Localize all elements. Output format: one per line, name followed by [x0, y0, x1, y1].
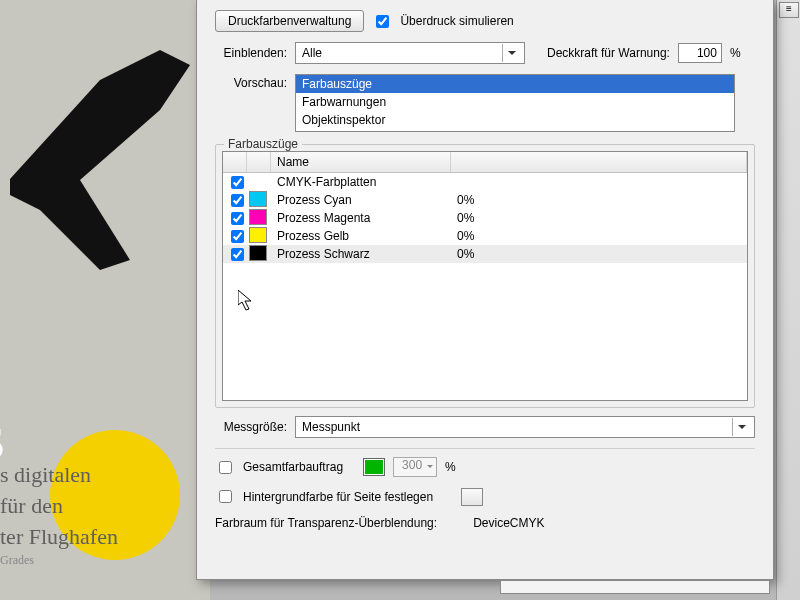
percent-label-2: % [445, 460, 456, 474]
separation-visibility-checkbox[interactable] [231, 230, 244, 243]
chevron-down-icon [732, 418, 750, 436]
tac-color-well[interactable] [363, 458, 385, 476]
separation-name: Prozess Schwarz [273, 247, 453, 261]
preview-item-separations[interactable]: Farbauszüge [296, 75, 734, 93]
separations-thead: Name [223, 152, 747, 173]
color-swatch [249, 191, 267, 207]
separation-name: Prozess Magenta [273, 211, 453, 225]
simulate-overprint-label: Überdruck simulieren [400, 14, 513, 28]
transparency-blend-label: Farbraum für Transparenz-Überblendung: [215, 516, 437, 530]
separation-name: Prozess Cyan [273, 193, 453, 207]
show-select[interactable]: Alle [295, 42, 525, 64]
preview-listbox[interactable]: Farbauszüge Farbwarnungen Objektinspekto… [295, 74, 735, 132]
separations-table: Name CMYK-FarbplattenProzess Cyan0%Proze… [222, 151, 748, 401]
separation-visibility-checkbox[interactable] [231, 212, 244, 225]
doc-teaser-text: s digitalen für den ter Flughafen Grades [0, 460, 200, 569]
separation-visibility-checkbox[interactable] [231, 248, 244, 261]
table-row[interactable]: Prozess Gelb0% [223, 227, 747, 245]
col-name-header[interactable]: Name [271, 152, 451, 172]
separation-value: 0% [453, 247, 553, 261]
separations-group: Farbauszüge Name CMYK-FarbplattenProzess… [215, 144, 755, 408]
preview-item-colorwarnings[interactable]: Farbwarnungen [296, 93, 734, 111]
preview-item-objectinspector[interactable]: Objektinspektor [296, 111, 734, 129]
color-swatch [249, 227, 267, 243]
panel-menu-icon[interactable]: ≡ [779, 2, 799, 18]
separation-visibility-checkbox[interactable] [231, 194, 244, 207]
ink-manager-button[interactable]: Druckfarbenverwaltung [215, 10, 364, 32]
percent-label: % [730, 46, 741, 60]
preview-label: Vorschau: [215, 74, 287, 90]
warning-opacity-label: Deckkraft für Warnung: [547, 46, 670, 60]
separation-value: 0% [453, 193, 553, 207]
show-label: Einblenden: [215, 46, 287, 60]
simulate-overprint-checkbox[interactable] [376, 15, 389, 28]
show-select-value: Alle [302, 46, 322, 60]
page-bgcolor-label: Hintergrundfarbe für Seite festlegen [243, 490, 433, 504]
tac-value-input[interactable]: 300 [393, 457, 437, 477]
page-bgcolor-checkbox[interactable] [219, 490, 232, 503]
color-swatch [249, 209, 267, 225]
separation-name: CMYK-Farbplatten [273, 175, 453, 189]
separation-visibility-checkbox[interactable] [231, 176, 244, 189]
warning-opacity-input[interactable] [678, 43, 722, 63]
separations-group-title: Farbauszüge [224, 137, 302, 151]
output-preview-panel: Druckfarbenverwaltung Überdruck simulier… [196, 0, 774, 580]
page-bgcolor-well[interactable] [461, 488, 483, 506]
sample-size-label: Messgröße: [215, 420, 287, 434]
separation-name: Prozess Gelb [273, 229, 453, 243]
doc-plane-shape [10, 40, 200, 270]
sample-size-value: Messpunkt [302, 420, 360, 434]
right-panel-dock: ≡ [776, 0, 800, 600]
transparency-blend-value: DeviceCMYK [473, 516, 544, 530]
table-row[interactable]: CMYK-Farbplatten [223, 173, 747, 191]
separation-value: 0% [453, 211, 553, 225]
table-row[interactable]: Prozess Cyan0% [223, 191, 747, 209]
total-area-coverage-label: Gesamtfarbauftrag [243, 460, 343, 474]
bottom-scroll-strip[interactable] [500, 580, 770, 594]
chevron-down-icon [502, 44, 520, 62]
total-area-coverage-checkbox[interactable] [219, 461, 232, 474]
sample-size-select[interactable]: Messpunkt [295, 416, 755, 438]
separation-value: 0% [453, 229, 553, 243]
color-swatch [249, 245, 267, 261]
table-row[interactable]: Prozess Magenta0% [223, 209, 747, 227]
table-row[interactable]: Prozess Schwarz0% [223, 245, 747, 263]
